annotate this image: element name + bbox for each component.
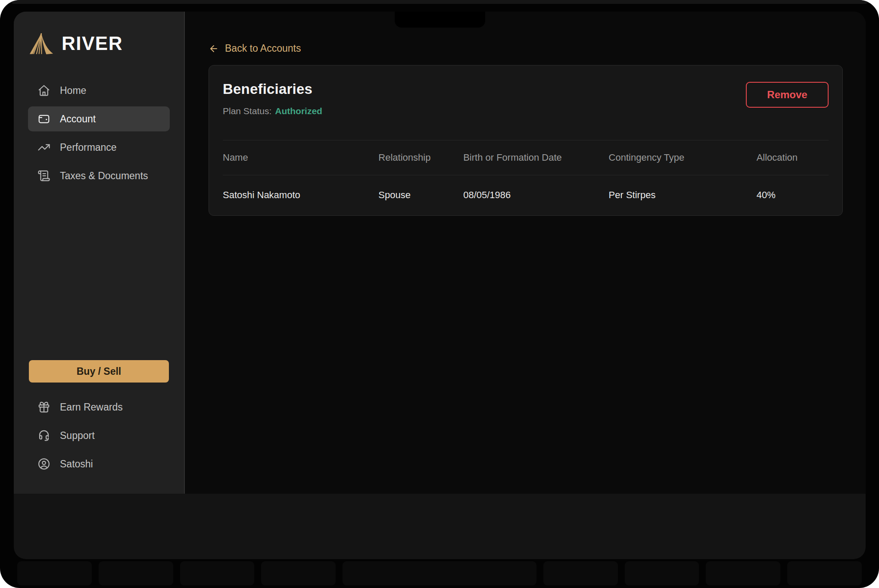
- key: [543, 561, 618, 585]
- sidebar-item-support[interactable]: Support: [28, 423, 170, 448]
- key: [787, 561, 862, 585]
- column-header-contingency-type: Contingency Type: [609, 152, 757, 163]
- sidebar-item-label: Taxes & Documents: [60, 170, 148, 182]
- home-icon: [37, 84, 50, 97]
- user-circle-icon: [37, 457, 50, 470]
- table-header-row: Name Relationship Birth or Formation Dat…: [223, 140, 829, 175]
- sidebar-item-label: Performance: [60, 142, 117, 153]
- card-header-text: Beneficiaries Plan Status:Authorized: [223, 81, 322, 116]
- column-header-birth-date: Birth or Formation Date: [463, 152, 608, 163]
- main-content: Back to Accounts Beneficiaries Plan Stat…: [185, 12, 866, 494]
- plan-status: Plan Status:Authorized: [223, 106, 322, 116]
- brand-logo: RIVER: [29, 31, 170, 56]
- beneficiaries-table: Name Relationship Birth or Formation Dat…: [223, 140, 829, 215]
- column-header-relationship: Relationship: [378, 152, 463, 163]
- key-spacebar: [343, 561, 536, 585]
- key: [625, 561, 699, 585]
- plan-status-label: Plan Status:: [223, 106, 271, 116]
- cell-birth-date: 08/05/1986: [463, 190, 608, 201]
- cell-allocation: 40%: [757, 190, 829, 201]
- device-lid-edge: [11, 0, 868, 4]
- cell-contingency-type: Per Stirpes: [609, 190, 757, 201]
- sidebar-item-profile[interactable]: Satoshi: [28, 451, 170, 476]
- sidebar-item-performance[interactable]: Performance: [28, 135, 170, 160]
- arrow-left-icon: [209, 44, 219, 54]
- gift-icon: [37, 401, 50, 414]
- beneficiaries-card: Beneficiaries Plan Status:Authorized Rem…: [209, 65, 843, 216]
- sidebar: RIVER Home Account: [14, 12, 185, 494]
- column-header-allocation: Allocation: [757, 152, 829, 163]
- sidebar-item-label: Support: [60, 430, 95, 442]
- remove-button[interactable]: Remove: [746, 82, 829, 108]
- column-header-name: Name: [223, 152, 378, 163]
- page-title: Beneficiaries: [223, 81, 322, 97]
- sidebar-nav: Home Account Performance: [28, 78, 170, 188]
- device-frame: RIVER Home Account: [0, 0, 879, 588]
- river-logo-icon: [29, 31, 54, 56]
- sidebar-item-home[interactable]: Home: [28, 78, 170, 103]
- sidebar-item-label: Earn Rewards: [60, 401, 123, 413]
- key: [706, 561, 780, 585]
- keyboard-hint: [17, 561, 862, 585]
- screen: RIVER Home Account: [14, 12, 866, 559]
- sidebar-footer-nav: Earn Rewards Support: [28, 395, 170, 494]
- plan-status-value: Authorized: [275, 106, 322, 116]
- camera-notch: [395, 12, 485, 28]
- sidebar-item-label: Account: [60, 113, 96, 125]
- app-window: RIVER Home Account: [14, 12, 866, 494]
- trend-up-icon: [37, 141, 50, 154]
- sidebar-spacer: [28, 188, 170, 360]
- headset-icon: [37, 429, 50, 442]
- key: [99, 561, 173, 585]
- table-row: Satoshi Nakamoto Spouse 08/05/1986 Per S…: [223, 175, 829, 215]
- key: [261, 561, 336, 585]
- sidebar-item-taxes-documents[interactable]: Taxes & Documents: [28, 163, 170, 188]
- brand-name: RIVER: [62, 34, 123, 53]
- sidebar-item-label: Home: [60, 85, 86, 96]
- back-link-label: Back to Accounts: [225, 43, 301, 54]
- sidebar-item-earn-rewards[interactable]: Earn Rewards: [28, 395, 170, 420]
- sidebar-item-account[interactable]: Account: [28, 106, 170, 131]
- buy-sell-button[interactable]: Buy / Sell: [29, 360, 169, 383]
- back-to-accounts-link[interactable]: Back to Accounts: [209, 43, 301, 54]
- cell-relationship: Spouse: [378, 190, 463, 201]
- wallet-icon: [37, 112, 50, 125]
- key: [17, 561, 92, 585]
- card-header: Beneficiaries Plan Status:Authorized Rem…: [223, 65, 829, 116]
- sidebar-item-label: Satoshi: [60, 458, 93, 470]
- cell-name: Satoshi Nakamoto: [223, 190, 378, 201]
- scroll-icon: [37, 169, 50, 182]
- key: [180, 561, 255, 585]
